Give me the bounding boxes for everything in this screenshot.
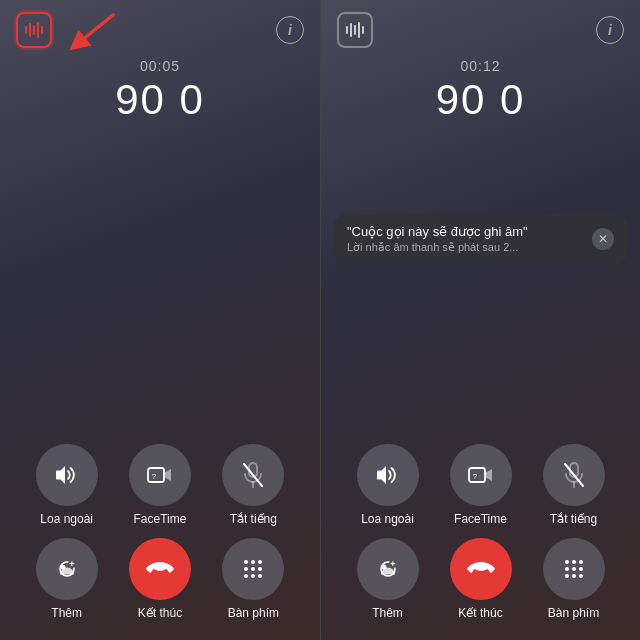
info-button-left[interactable]: i [276,16,304,44]
timer-section-right: 00:12 90 0 [436,58,526,124]
mute-icon-right [563,462,585,488]
info-icon-left: i [288,22,292,38]
notification-text-container: "Cuộc gọi này sẽ được ghi âm" Lời nhắc â… [347,224,584,254]
more-icon-left: + [54,558,80,580]
top-bar-right: i [321,0,640,48]
svg-point-11 [244,560,248,564]
svg-point-14 [244,567,248,571]
svg-text:+: + [69,559,74,569]
mute-button-right[interactable]: Tắt tiếng [543,444,605,526]
end-call-icon-left [145,560,175,578]
svg-point-34 [579,567,583,571]
button-row-1-left: Loa ngoài ? FaceTime [20,444,300,526]
svg-point-30 [572,560,576,564]
notification-subtitle: Lời nhắc âm thanh sẽ phát sau 2... [347,241,584,254]
info-icon-right: i [608,22,612,38]
svg-point-35 [565,574,569,578]
info-button-right[interactable]: i [596,16,624,44]
svg-point-18 [251,574,255,578]
svg-point-13 [258,560,262,564]
keypad-button-left[interactable]: Bàn phím [222,538,284,620]
mute-icon-left [242,462,264,488]
record-button-left[interactable] [16,12,52,48]
end-label-left: Kết thúc [138,606,182,620]
facetime-icon-right: ? [468,465,494,485]
svg-point-16 [258,567,262,571]
svg-point-29 [565,560,569,564]
notification-close-button[interactable]: ✕ [592,228,614,250]
keypad-label-right: Bàn phím [548,606,599,620]
button-row-2-left: + Thêm Kết thúc [20,538,300,620]
notification-title: "Cuộc gọi này sẽ được ghi âm" [347,224,584,239]
svg-point-31 [579,560,583,564]
keypad-icon-right [563,558,585,580]
phone-number-right: 90 0 [436,76,526,124]
facetime-label-left: FaceTime [134,512,187,526]
phone-number-left: 90 0 [115,76,205,124]
record-button-right[interactable] [337,12,373,48]
end-call-icon-right [466,560,496,578]
speaker-icon-right [375,464,401,486]
button-grid-right: Loa ngoài ? FaceTime [321,444,640,640]
keypad-icon-left [242,558,264,580]
facetime-label-right: FaceTime [454,512,507,526]
svg-point-37 [579,574,583,578]
close-icon: ✕ [598,232,608,246]
svg-point-12 [251,560,255,564]
svg-point-32 [565,567,569,571]
svg-text:?: ? [472,472,477,481]
timer-section-left: 00:05 90 0 [115,58,205,124]
end-label-right: Kết thúc [458,606,502,620]
end-button-left[interactable]: Kết thúc [129,538,191,620]
svg-point-36 [572,574,576,578]
recording-notification: "Cuộc gọi này sẽ được ghi âm" Lời nhắc â… [333,214,628,264]
svg-text:+: + [390,559,395,569]
elapsed-time-left: 00:05 [140,58,180,74]
waveform-icon-left [25,21,44,39]
end-button-right[interactable]: Kết thúc [450,538,512,620]
mute-button-left[interactable]: Tắt tiếng [222,444,284,526]
screen-right: i 00:12 90 0 "Cuộc gọi này sẽ được ghi â… [320,0,640,640]
more-label-right: Thêm [372,606,403,620]
keypad-label-left: Bàn phím [228,606,279,620]
facetime-icon-left: ? [147,465,173,485]
mute-label-right: Tắt tiếng [550,512,597,526]
button-grid-left: Loa ngoài ? FaceTime [0,444,320,640]
top-bar-left: i [0,0,320,48]
more-label-left: Thêm [51,606,82,620]
red-arrow-annotation [60,8,120,68]
svg-text:?: ? [152,472,157,481]
svg-point-19 [258,574,262,578]
button-row-2-right: + Thêm Kết thúc [341,538,620,620]
facetime-button-left[interactable]: ? FaceTime [129,444,191,526]
button-row-1-right: Loa ngoài ? FaceTime [341,444,620,526]
svg-point-15 [251,567,255,571]
speaker-label-left: Loa ngoài [40,512,93,526]
facetime-button-right[interactable]: ? FaceTime [450,444,512,526]
svg-point-17 [244,574,248,578]
speaker-button-right[interactable]: Loa ngoài [357,444,419,526]
more-button-left[interactable]: + Thêm [36,538,98,620]
speaker-icon-left [54,464,80,486]
screen-left: i 00:05 90 0 Loa ngoài [0,0,320,640]
keypad-button-right[interactable]: Bàn phím [543,538,605,620]
speaker-label-right: Loa ngoài [361,512,414,526]
more-icon-right: + [375,558,401,580]
more-button-right[interactable]: + Thêm [357,538,419,620]
waveform-icon-right [346,21,365,39]
speaker-button-left[interactable]: Loa ngoài [36,444,98,526]
svg-line-1 [77,15,113,44]
svg-point-33 [572,567,576,571]
mute-label-left: Tắt tiếng [230,512,277,526]
elapsed-time-right: 00:12 [460,58,500,74]
